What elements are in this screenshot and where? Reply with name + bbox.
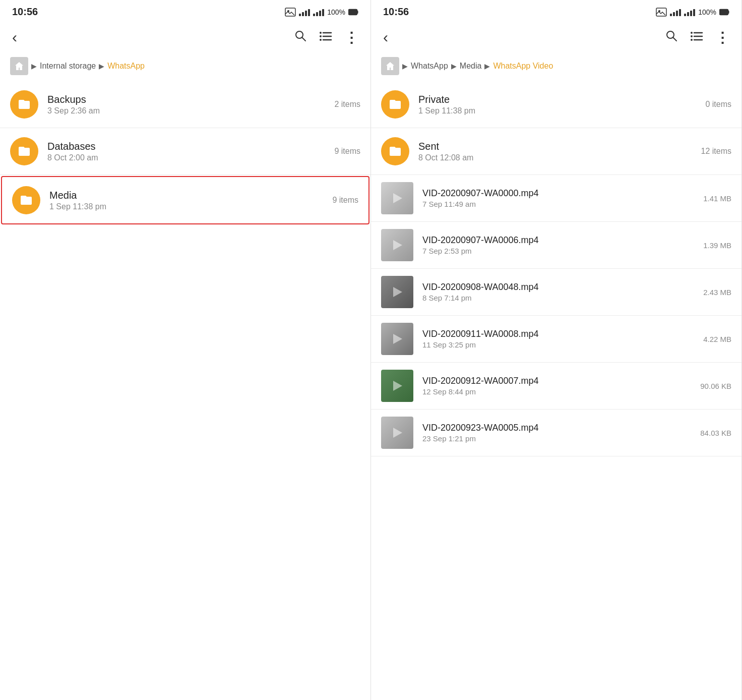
right-battery-text: 100% [698, 8, 716, 16]
file-size-0: 1.41 MB [703, 194, 731, 203]
file-info-5: VID-20200923-WA0005.mp4 23 Sep 1:21 pm [422, 423, 700, 443]
folder-info-media: Media 1 Sep 11:38 pm [49, 190, 332, 211]
file-item-1[interactable]: VID-20200907-WA0006.mp4 7 Sep 2:53 pm 1.… [371, 222, 741, 269]
svg-point-23 [691, 39, 693, 41]
left-breadcrumb-arrow-1: ▶ [31, 62, 37, 70]
right-toolbar: ‹ ⋮ [371, 22, 741, 53]
file-item-2[interactable]: VID-20200908-WA0048.mp4 8 Sep 7:14 pm 2.… [371, 269, 741, 316]
left-search-button[interactable] [292, 27, 309, 48]
right-more-button[interactable]: ⋮ [713, 27, 731, 48]
folder-name-private: Private [418, 94, 705, 105]
file-thumb-5 [381, 417, 413, 449]
file-date-3: 11 Sep 3:25 pm [422, 340, 703, 349]
file-name-3: VID-20200911-WA0008.mp4 [422, 329, 703, 339]
file-item-4[interactable]: VID-20200912-WA0007.mp4 12 Sep 8:44 pm 9… [371, 363, 741, 410]
folder-date-private: 1 Sep 11:38 pm [418, 106, 705, 115]
folder-name-sent: Sent [418, 141, 701, 152]
file-thumb-4 [381, 370, 413, 402]
svg-rect-15 [728, 11, 729, 14]
folder-item-backups[interactable]: Backups 3 Sep 2:36 am 2 items [0, 81, 370, 128]
left-status-bar: 10:56 100% [0, 0, 370, 22]
left-list-button[interactable] [317, 28, 334, 47]
file-info-1: VID-20200907-WA0006.mp4 7 Sep 2:53 pm [422, 235, 703, 255]
folder-date-databases: 8 Oct 2:00 am [47, 153, 334, 162]
file-info-3: VID-20200911-WA0008.mp4 11 Sep 3:25 pm [422, 329, 703, 349]
folder-name-media: Media [49, 190, 332, 201]
svg-point-9 [320, 32, 322, 34]
right-search-button[interactable] [663, 27, 680, 48]
file-name-1: VID-20200907-WA0006.mp4 [422, 235, 703, 246]
folder-info-sent: Sent 8 Oct 12:08 am [418, 141, 701, 162]
right-home-icon[interactable] [381, 57, 399, 75]
right-breadcrumb-whatsapp[interactable]: WhatsApp [411, 62, 448, 71]
right-breadcrumb-arrow-3: ▶ [484, 62, 490, 70]
right-breadcrumb-media[interactable]: Media [460, 62, 482, 71]
svg-rect-3 [357, 11, 358, 14]
file-item-5[interactable]: VID-20200923-WA0005.mp4 23 Sep 1:21 pm 8… [371, 410, 741, 456]
svg-point-21 [691, 32, 693, 34]
file-name-2: VID-20200908-WA0048.mp4 [422, 282, 703, 293]
right-breadcrumb: ▶ WhatsApp ▶ Media ▶ WhatsApp Video [371, 53, 741, 81]
right-panel: 10:56 100% [371, 0, 742, 700]
svg-line-17 [673, 37, 677, 41]
folder-count-media: 9 items [332, 196, 358, 205]
left-breadcrumb-internal[interactable]: Internal storage [40, 62, 96, 71]
right-image-icon [656, 8, 667, 17]
left-breadcrumb-current[interactable]: WhatsApp [107, 62, 145, 71]
folder-name-databases: Databases [47, 141, 334, 152]
file-thumb-1 [381, 229, 413, 261]
right-signal-icon [670, 8, 681, 16]
left-panel: 10:56 100% [0, 0, 371, 700]
folder-item-private[interactable]: Private 1 Sep 11:38 pm 0 items [371, 81, 741, 128]
left-toolbar: ‹ ⋮ [0, 22, 370, 53]
right-list-button[interactable] [688, 28, 705, 47]
folder-count-private: 0 items [705, 100, 731, 109]
left-status-time: 10:56 [12, 6, 38, 18]
file-date-2: 8 Sep 7:14 pm [422, 294, 703, 302]
file-name-4: VID-20200912-WA0007.mp4 [422, 376, 700, 386]
right-status-icons: 100% [656, 8, 729, 17]
left-signal-icon [299, 8, 310, 16]
left-home-icon[interactable] [10, 57, 28, 75]
file-info-2: VID-20200908-WA0048.mp4 8 Sep 7:14 pm [422, 282, 703, 302]
left-more-button[interactable]: ⋮ [342, 27, 360, 48]
folder-icon-backups [10, 90, 38, 119]
folder-icon-sent [381, 137, 409, 165]
file-name-0: VID-20200907-WA0000.mp4 [422, 188, 703, 199]
right-back-button[interactable]: ‹ [381, 27, 390, 48]
svg-point-11 [320, 39, 322, 41]
left-status-icons: 100% [285, 8, 358, 17]
file-item-0[interactable]: VID-20200907-WA0000.mp4 7 Sep 11:49 am 1… [371, 175, 741, 222]
file-size-2: 2.43 MB [703, 288, 731, 297]
folder-item-sent[interactable]: Sent 8 Oct 12:08 am 12 items [371, 128, 741, 175]
file-size-4: 90.06 KB [700, 382, 731, 390]
folder-item-media[interactable]: Media 1 Sep 11:38 pm 9 items [1, 176, 369, 224]
right-breadcrumb-arrow-1: ▶ [402, 62, 408, 70]
svg-rect-14 [720, 9, 728, 15]
folder-item-databases[interactable]: Databases 8 Oct 2:00 am 9 items [0, 128, 370, 175]
file-date-4: 12 Sep 8:44 pm [422, 387, 700, 396]
file-info-0: VID-20200907-WA0000.mp4 7 Sep 11:49 am [422, 188, 703, 208]
file-size-1: 1.39 MB [703, 241, 731, 250]
folder-date-sent: 8 Oct 12:08 am [418, 153, 701, 162]
right-status-bar: 10:56 100% [371, 0, 741, 22]
right-breadcrumb-current[interactable]: WhatsApp Video [493, 62, 553, 71]
file-item-3[interactable]: VID-20200911-WA0008.mp4 11 Sep 3:25 pm 4… [371, 316, 741, 363]
right-status-time: 10:56 [383, 6, 409, 18]
left-battery-text: 100% [327, 8, 345, 16]
right-breadcrumb-arrow-2: ▶ [451, 62, 457, 70]
file-date-5: 23 Sep 1:21 pm [422, 434, 700, 443]
folder-info-databases: Databases 8 Oct 2:00 am [47, 141, 334, 162]
left-back-button[interactable]: ‹ [10, 27, 19, 48]
left-folder-list: Backups 3 Sep 2:36 am 2 items Databases … [0, 81, 370, 700]
left-breadcrumb: ▶ Internal storage ▶ WhatsApp [0, 53, 370, 81]
svg-rect-2 [349, 9, 357, 15]
image-icon [285, 8, 296, 17]
file-date-1: 7 Sep 2:53 pm [422, 247, 703, 255]
folder-count-databases: 9 items [334, 147, 360, 156]
folder-info-backups: Backups 3 Sep 2:36 am [47, 94, 334, 115]
folder-count-backups: 2 items [334, 100, 360, 109]
right-signal-icon-2 [684, 8, 695, 16]
folder-name-backups: Backups [47, 94, 334, 105]
svg-point-22 [691, 35, 693, 37]
